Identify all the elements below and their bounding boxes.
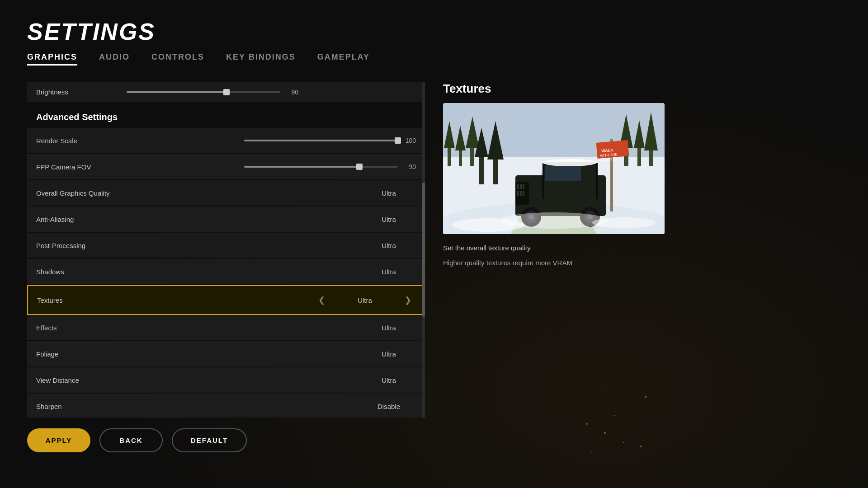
render-scale-slider[interactable]: [244, 140, 398, 141]
setting-row-foliage: Foliage Ultra: [27, 341, 425, 366]
settings-panel: Brightness 90 Advanced Settings Render S…: [27, 82, 425, 452]
anti-aliasing-value: Ultra: [362, 216, 416, 223]
right-panel: Textures: [443, 82, 841, 452]
tab-controls[interactable]: CONTROLS: [151, 52, 204, 66]
preview-description-2: Higher quality textures require more VRA…: [443, 258, 841, 268]
post-processing-value: Ultra: [362, 242, 416, 249]
shadows-label: Shadows: [36, 268, 362, 276]
svg-rect-33: [517, 191, 519, 196]
setting-row-render-scale: Render Scale 100: [27, 128, 425, 153]
bottom-buttons: APPLY BACK DEFAULT: [27, 418, 425, 452]
fpp-fov-value: 90: [398, 163, 416, 170]
setting-row-overall-graphics: Overall Graphics Quality Ultra: [27, 180, 425, 206]
apply-button[interactable]: APPLY: [27, 428, 90, 452]
settings-list: Brightness 90 Advanced Settings Render S…: [27, 82, 425, 418]
overall-graphics-label: Overall Graphics Quality: [36, 189, 362, 197]
scrollbar[interactable]: [422, 82, 425, 418]
brightness-value: 90: [280, 89, 298, 96]
brightness-slider-control[interactable]: [127, 91, 280, 93]
setting-row-view-distance: View Distance Ultra: [27, 367, 425, 393]
render-scale-label: Render Scale: [36, 137, 244, 145]
setting-row-shadows: Shadows Ultra: [27, 259, 425, 284]
advanced-settings-header: Advanced Settings: [27, 103, 425, 128]
fpp-fov-slider[interactable]: [244, 166, 398, 168]
preview-title: Textures: [443, 82, 841, 96]
brightness-slider-fill: [127, 91, 226, 93]
svg-rect-36: [542, 163, 544, 199]
setting-row-textures[interactable]: Textures ❮ Ultra ❯: [27, 285, 425, 315]
effects-label: Effects: [36, 324, 362, 332]
effects-value: Ultra: [362, 324, 416, 332]
tab-keybindings[interactable]: KEY BINDINGS: [226, 52, 296, 66]
svg-rect-30: [517, 184, 519, 189]
svg-rect-34: [520, 191, 522, 196]
textures-arrow-right[interactable]: ❯: [401, 293, 415, 307]
setting-row-fpp-fov: FPP Camera FOV 90: [27, 154, 425, 179]
default-button[interactable]: DEFAULT: [172, 428, 247, 452]
svg-rect-31: [520, 184, 522, 189]
textures-value: Ultra: [338, 296, 392, 304]
tab-graphics[interactable]: GRAPHICS: [27, 52, 77, 66]
textures-control[interactable]: ❮ Ultra ❯: [315, 293, 415, 307]
fpp-fov-track[interactable]: [244, 166, 398, 168]
tab-gameplay[interactable]: GAMEPLAY: [317, 52, 370, 66]
scrollbar-thumb[interactable]: [422, 183, 425, 317]
setting-row-effects: Effects Ultra: [27, 315, 425, 340]
svg-rect-35: [523, 191, 524, 196]
tab-audio[interactable]: AUDIO: [99, 52, 130, 66]
foliage-value: Ultra: [362, 350, 416, 358]
textures-arrow-left[interactable]: ❮: [315, 293, 329, 307]
textures-label: Textures: [37, 296, 315, 304]
preview-description-1: Set the overall texture quality.: [443, 243, 841, 253]
foliage-label: Foliage: [36, 350, 362, 358]
render-scale-track[interactable]: [244, 140, 398, 141]
view-distance-value: Ultra: [362, 376, 416, 384]
setting-row-post-processing: Post-Processing Ultra: [27, 233, 425, 258]
svg-point-39: [542, 159, 597, 166]
brightness-slider-track[interactable]: [127, 91, 280, 93]
view-distance-label: View Distance: [36, 376, 362, 384]
setting-row-sharpen: Sharpen Disable: [27, 394, 425, 418]
preview-image: WALK WITH THE GIANTS: [443, 103, 665, 234]
post-processing-label: Post-Processing: [36, 242, 362, 249]
svg-rect-22: [545, 164, 581, 181]
fpp-fov-fill: [244, 166, 359, 168]
shadows-value: Ultra: [362, 268, 416, 276]
render-scale-thumb[interactable]: [395, 137, 401, 144]
svg-rect-32: [523, 184, 524, 189]
back-button[interactable]: BACK: [99, 428, 163, 452]
content-area: Brightness 90 Advanced Settings Render S…: [27, 82, 841, 452]
sharpen-value: Disable: [362, 403, 416, 410]
brightness-row: Brightness 90: [27, 82, 425, 102]
nav-tabs: GRAPHICS AUDIO CONTROLS KEY BINDINGS GAM…: [27, 52, 841, 66]
svg-rect-37: [596, 163, 598, 199]
brightness-slider-thumb[interactable]: [223, 89, 230, 95]
brightness-label: Brightness: [36, 88, 127, 96]
anti-aliasing-label: Anti-Aliasing: [36, 216, 362, 223]
fpp-fov-label: FPP Camera FOV: [36, 163, 244, 171]
sharpen-label: Sharpen: [36, 403, 362, 410]
overall-graphics-value: Ultra: [362, 189, 416, 197]
fpp-fov-thumb[interactable]: [356, 164, 363, 170]
render-scale-fill: [244, 140, 398, 141]
page-title: SETTINGS: [27, 18, 841, 45]
svg-point-47: [500, 212, 608, 229]
setting-row-anti-aliasing: Anti-Aliasing Ultra: [27, 206, 425, 232]
